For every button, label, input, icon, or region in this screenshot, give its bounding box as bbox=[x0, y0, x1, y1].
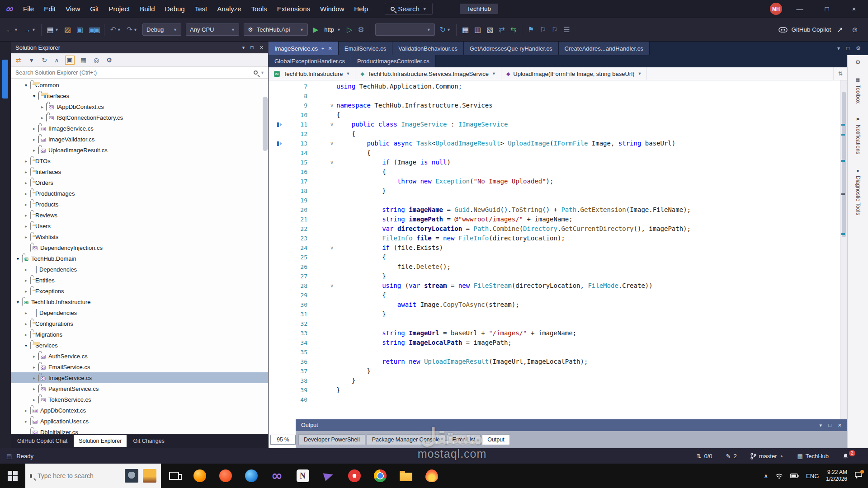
gear-icon[interactable]: ⚙ bbox=[855, 59, 861, 66]
fold-arrow-icon[interactable]: ∨ bbox=[327, 158, 336, 167]
code-line[interactable]: 15∨ if (Image is null) bbox=[269, 158, 847, 167]
tool-tab-git-changes[interactable]: Git Changes bbox=[128, 435, 169, 447]
code-line[interactable]: 36 return new UploadImageResult(ImageUrl… bbox=[269, 357, 847, 366]
code-editor[interactable]: 7using TechHub.Application.Common;89∨nam… bbox=[269, 80, 847, 419]
notifications-bell[interactable]: 2 bbox=[842, 453, 855, 460]
expander-icon[interactable]: ▸ bbox=[23, 419, 29, 424]
clock[interactable]: 9:22 AM 1/2/2026 bbox=[826, 469, 847, 483]
tab-list-chevron-icon[interactable]: ▾ bbox=[837, 45, 840, 52]
task-view-icon[interactable] bbox=[161, 464, 187, 488]
code-line[interactable]: 39} bbox=[269, 385, 847, 395]
sync-with-active-document-icon[interactable]: ⇄ bbox=[14, 56, 23, 64]
expander-icon[interactable]: ▸ bbox=[23, 169, 29, 174]
code-line[interactable]: 13∨ public async Task<UploadImageResult>… bbox=[269, 139, 847, 148]
nav-forward-icon[interactable]: →▼ bbox=[21, 24, 38, 36]
compare-files-icon[interactable]: ▥ bbox=[472, 23, 483, 36]
tool-tab-solution-explorer[interactable]: Solution Explorer bbox=[74, 435, 127, 447]
tree-item-products[interactable]: ▸Products bbox=[11, 199, 268, 210]
code-line[interactable]: 38 } bbox=[269, 376, 847, 385]
tree-item-authservice-cs[interactable]: ▸C#AuthService.cs bbox=[11, 351, 268, 361]
search-highlight-alien-thumbnail[interactable] bbox=[125, 469, 138, 483]
expander-icon[interactable]: ▸ bbox=[23, 408, 29, 413]
code-line[interactable]: 29 { bbox=[269, 291, 847, 300]
edge-icon[interactable] bbox=[238, 464, 264, 488]
gear-icon[interactable]: ⚙ bbox=[856, 45, 861, 52]
expander-icon[interactable]: ▸ bbox=[31, 375, 38, 380]
expander-icon[interactable]: ▸ bbox=[23, 332, 29, 337]
expander-icon[interactable]: ▸ bbox=[31, 397, 38, 402]
code-line[interactable]: 8 bbox=[269, 91, 847, 101]
expander-icon[interactable]: ▾ bbox=[14, 300, 21, 305]
network-icon[interactable] bbox=[775, 473, 783, 479]
code-line[interactable]: 16 { bbox=[269, 167, 847, 177]
tree-item-migrations[interactable]: ▸Migrations bbox=[11, 329, 268, 340]
pending-edits[interactable]: ✎ 2 bbox=[726, 453, 737, 460]
code-line[interactable]: 14 { bbox=[269, 148, 847, 158]
feedback-icon[interactable]: ☺ bbox=[849, 24, 861, 36]
code-line[interactable]: 10{ bbox=[269, 110, 847, 120]
tree-item-dependencies[interactable]: ▸Dependencies bbox=[11, 264, 268, 275]
document-tab-imageservice-cs[interactable]: ImageService.cs+✕ bbox=[269, 42, 339, 55]
solution-search-input[interactable] bbox=[14, 69, 251, 76]
menu-git[interactable]: Git bbox=[85, 0, 104, 18]
bookmark-icon[interactable]: ⚑ bbox=[525, 23, 536, 36]
output-tab-developer-powershell[interactable]: Developer PowerShell bbox=[298, 434, 365, 445]
tree-item-uploadimageresult-cs[interactable]: ▸C#UploadImageResult.cs bbox=[11, 145, 268, 155]
code-line[interactable]: 23 FileInfo file = new FileInfo(director… bbox=[269, 234, 847, 243]
startup-project-select[interactable]: ⚙TechHub.Api▼ bbox=[244, 23, 308, 36]
scrollbar-thumb[interactable] bbox=[842, 92, 846, 237]
attach-process-icon[interactable]: ⚙ bbox=[355, 23, 366, 36]
menu-help[interactable]: Help bbox=[349, 0, 373, 18]
menu-tools[interactable]: Tools bbox=[246, 0, 272, 18]
firefox-icon[interactable] bbox=[187, 464, 212, 488]
launch-profile-select[interactable]: http▼ bbox=[321, 26, 344, 33]
search-control[interactable]: Search ▼ bbox=[385, 3, 432, 15]
tree-item-interfaces[interactable]: ▸Interfaces bbox=[11, 166, 268, 177]
expander-icon[interactable]: ▸ bbox=[31, 365, 38, 370]
taskbar-search-input[interactable] bbox=[37, 472, 120, 480]
tree-item-reviews[interactable]: ▸Reviews bbox=[11, 210, 268, 221]
tree-item-interfaces[interactable]: ▾Interfaces bbox=[11, 90, 268, 101]
more-commands-icon[interactable]: ☰ bbox=[561, 23, 572, 36]
tree-item-isqlconnectionfactory-cs[interactable]: ▸C#ISqlConnectionFactory.cs bbox=[11, 112, 268, 123]
redo-icon[interactable]: ↷▼ bbox=[124, 23, 140, 36]
visual-studio-icon[interactable]: ∞ bbox=[264, 464, 290, 488]
tree-item-imagevalidator-cs[interactable]: ▸C#ImageValidator.cs bbox=[11, 134, 268, 145]
preview-icon[interactable]: ◎ bbox=[92, 56, 100, 64]
code-line[interactable]: 37 } bbox=[269, 366, 847, 376]
action-center-icon[interactable] bbox=[854, 471, 863, 481]
menu-test[interactable]: Test bbox=[190, 0, 212, 18]
output-panel-header[interactable]: Output ▾□✕ bbox=[296, 419, 847, 431]
flag-outline-icon[interactable]: ⚐ bbox=[537, 23, 548, 36]
breadcrumb-segment[interactable]: C#TechHub.Infrastructure▼ bbox=[269, 67, 355, 80]
solution-explorer-search[interactable]: ▼ bbox=[11, 67, 268, 79]
expander-icon[interactable]: ▸ bbox=[23, 321, 29, 326]
save-icon[interactable]: ▣ bbox=[74, 23, 85, 36]
close-button[interactable]: × bbox=[844, 0, 863, 18]
hidden-icons-chevron[interactable]: ∧ bbox=[764, 473, 769, 479]
code-line[interactable]: 11∨ public class ImageService : IImageSe… bbox=[269, 120, 847, 129]
header-icon[interactable]: ▾ bbox=[242, 45, 245, 51]
expander-icon[interactable]: ▸ bbox=[31, 148, 38, 153]
tree-item-dependencies[interactable]: ▸Dependencies bbox=[11, 307, 268, 318]
start-without-debugging-button[interactable]: ▷ bbox=[344, 23, 354, 36]
expander-icon[interactable]: ▾ bbox=[31, 94, 38, 99]
expander-icon[interactable]: ▾ bbox=[23, 343, 29, 348]
code-line[interactable]: 18 } bbox=[269, 186, 847, 196]
expander-icon[interactable]: ▸ bbox=[23, 213, 29, 218]
expander-icon[interactable]: ▸ bbox=[39, 115, 46, 120]
menu-build[interactable]: Build bbox=[135, 0, 160, 18]
cursor-back-icon[interactable]: ⇄ bbox=[496, 23, 507, 36]
code-line[interactable]: 35 bbox=[269, 347, 847, 357]
menu-project[interactable]: Project bbox=[104, 0, 135, 18]
code-line[interactable]: 24∨ if (file.Exists) bbox=[269, 243, 847, 253]
expander-icon[interactable]: ▸ bbox=[23, 267, 29, 272]
tree-item-dtos[interactable]: ▸DTOs bbox=[11, 155, 268, 166]
brave-icon[interactable] bbox=[212, 464, 238, 488]
open-folder-icon[interactable]: ▨ bbox=[62, 23, 73, 36]
fold-arrow-icon[interactable]: ∨ bbox=[327, 120, 336, 129]
tree-item-exceptions[interactable]: ▸Exceptions bbox=[11, 286, 268, 296]
code-line[interactable]: 22 var directoryLocation = Path.Combine(… bbox=[269, 224, 847, 234]
minimize-button[interactable]: — bbox=[790, 0, 809, 18]
tree-item-emailservice-cs[interactable]: ▸C#EmailService.cs bbox=[11, 361, 268, 372]
